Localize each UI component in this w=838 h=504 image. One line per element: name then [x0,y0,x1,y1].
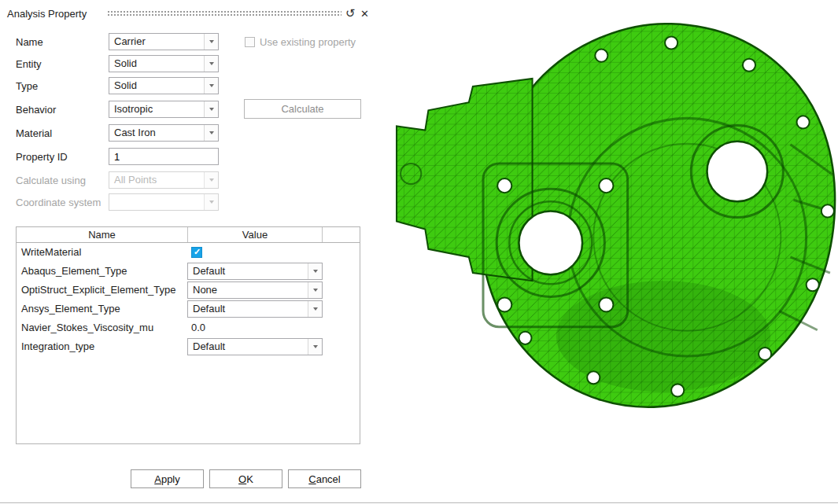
chevron-down-icon [209,108,214,111]
chevron-down-icon [209,178,214,182]
analysis-property-panel: Analysis Property ↺ ✕ Name Entity Type B… [0,0,378,504]
column-header-name[interactable]: Name [17,227,188,242]
material-dropdown[interactable]: Cast Iron [109,124,219,142]
coordinate-system-dropdown-button [204,194,218,210]
cancel-button-label: ancel [316,473,341,485]
close-icon[interactable]: ✕ [360,8,369,20]
property-row-name: Navier_Stokes_Viscosity_mu [21,318,153,337]
entity-dropdown-value: Solid [109,56,204,72]
chevron-down-icon [313,289,318,292]
column-header-value[interactable]: Value [188,227,323,242]
chevron-down-icon [209,62,214,65]
cancel-button[interactable]: Cancel [288,469,361,488]
dialog-buttons: Apply OK Cancel [0,469,378,488]
name-dropdown-button[interactable] [204,34,218,50]
chevron-down-icon [209,40,214,43]
behavior-label: Behavior [16,104,56,116]
chevron-down-icon [313,345,318,348]
integration-type-dropdown[interactable]: Default [187,338,323,355]
cancel-button-mnemonic: C [308,473,316,485]
calculate-button[interactable]: Calculate [244,99,361,119]
property-table: Name Value WriteMaterial Abaqus_Element_… [16,226,360,444]
name-dropdown[interactable]: Carrier [109,33,219,50]
calculate-using-dropdown-value: All Points [109,172,204,188]
integration-type-value: Default [188,339,308,355]
abaqus-element-type-dropdown[interactable]: Default [187,263,323,280]
type-label: Type [16,80,38,92]
3d-viewport[interactable] [393,11,838,424]
chevron-down-icon [209,200,214,204]
apply-button-mnemonic: A [154,473,161,485]
optistruct-explicit-element-type-dropdown[interactable]: None [187,281,323,299]
property-row-name: OptiStruct_Explicit_Element_Type [21,281,176,300]
property-row-name: Abaqus_Element_Type [21,262,127,281]
name-label: Name [16,36,43,48]
writematerial-checkbox[interactable] [191,247,202,258]
calculate-using-label: Calculate using [16,175,86,186]
chevron-down-icon [313,307,318,311]
column-header-spacer [323,227,360,242]
entity-dropdown-button[interactable] [204,56,218,72]
ok-button-mnemonic: O [238,473,246,485]
housing-snout [397,79,533,281]
apply-button-label: pply [161,473,180,485]
property-id-input[interactable] [109,148,219,165]
property-id-label: Property ID [16,151,68,163]
type-dropdown-button[interactable] [204,78,218,94]
use-existing-property-label: Use existing property [260,36,356,48]
optistruct-explicit-element-type-button[interactable] [308,282,322,298]
type-dropdown-value: Solid [109,78,204,94]
property-row-name: Ansys_Element_Type [21,300,120,318]
material-label: Material [16,127,52,139]
window-bottom-border [0,502,838,503]
panel-title: Analysis Property [7,8,87,20]
ok-button[interactable]: OK [209,469,282,488]
coordinate-system-dropdown-value [109,194,204,210]
coordinate-system-dropdown [109,193,219,211]
use-existing-property-checkbox[interactable] [245,37,255,47]
entity-label: Entity [16,58,42,70]
behavior-dropdown-value: Isotropic [109,101,204,117]
behavior-dropdown-button[interactable] [204,101,218,117]
ansys-element-type-value: Default [188,301,308,317]
chevron-down-icon [209,84,214,87]
drag-handle[interactable] [107,10,341,17]
calculate-using-dropdown: All Points [109,171,219,189]
ok-button-label: K [246,473,253,485]
mesh-model-canvas [393,11,838,424]
name-dropdown-value: Carrier [109,34,204,50]
property-table-header: Name Value [17,227,360,243]
entity-dropdown[interactable]: Solid [109,55,219,72]
material-dropdown-value: Cast Iron [109,125,204,141]
material-dropdown-button[interactable] [204,125,218,141]
property-row-name: WriteMaterial [21,243,81,262]
refresh-icon[interactable]: ↺ [345,7,356,19]
navier-stokes-viscosity-value: 0.0 [191,318,205,337]
application-window: Analysis Property ↺ ✕ Name Entity Type B… [0,0,838,504]
behavior-dropdown[interactable]: Isotropic [109,101,219,118]
property-row-name: Integration_type [21,337,94,356]
coordinate-system-label: Coordinate system [16,197,101,208]
integration-type-button[interactable] [308,339,322,355]
abaqus-element-type-button[interactable] [308,263,322,279]
optistruct-explicit-element-type-value: None [188,282,308,298]
apply-button[interactable]: Apply [131,469,204,488]
ansys-element-type-dropdown[interactable]: Default [187,300,323,318]
chevron-down-icon [313,270,318,273]
type-dropdown[interactable]: Solid [109,77,219,94]
abaqus-element-type-value: Default [188,263,308,279]
chevron-down-icon [209,131,214,134]
calculate-using-dropdown-button [204,172,218,188]
ansys-element-type-button[interactable] [308,301,322,317]
mesh-model [397,24,835,407]
